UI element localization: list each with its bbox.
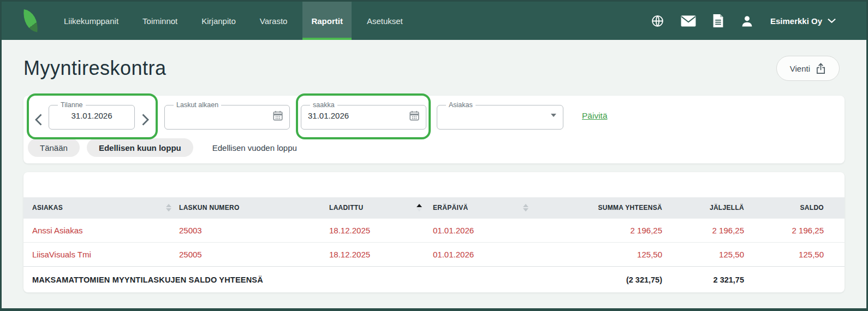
quick-filter-tanaan[interactable]: Tänään xyxy=(28,138,80,157)
top-nav-bar: Liikekumppanit Toiminnot Kirjanpito Vara… xyxy=(2,2,866,40)
user-icon[interactable] xyxy=(740,14,754,28)
column-header-summa-yhteensa[interactable]: SUMMA YHTEENSÄ xyxy=(553,204,662,212)
nav-item-liikekumppanit[interactable]: Liikekumppanit xyxy=(55,2,127,40)
nav-item-varasto[interactable]: Varasto xyxy=(251,2,296,40)
page-title: Myyntireskontra xyxy=(23,57,167,80)
leaf-logo-icon xyxy=(21,9,40,32)
cell-erapaiva: 01.01.2026 xyxy=(433,226,553,235)
laskut-alkaen-field-label: Laskut alkaen xyxy=(174,102,221,108)
cell-erapaiva: 01.01.2026 xyxy=(433,250,553,259)
main-menu: Liikekumppanit Toiminnot Kirjanpito Vara… xyxy=(55,2,418,40)
asiakas-field-label: Asiakas xyxy=(446,102,475,108)
previous-period-button[interactable] xyxy=(31,109,45,131)
cell-asiakas[interactable]: LiisaVisuals Tmi xyxy=(23,250,179,259)
calendar-icon[interactable] xyxy=(409,110,419,121)
column-header-laskun-numero[interactable]: LASKUN NUMERO xyxy=(179,204,329,212)
export-button-label: Vienti xyxy=(790,64,810,73)
column-header-jaljella[interactable]: JÄLJELLÄ xyxy=(662,204,744,212)
tilanne-field-label: Tilanne xyxy=(58,102,86,108)
sales-ledger-table: ASIAKAS LASKUN NUMERO LAADITTU ERÄPÄIVÄ … xyxy=(23,172,845,292)
cell-summa: 125,50 xyxy=(553,250,662,259)
cell-summa: 2 196,25 xyxy=(553,226,662,235)
nav-item-kirjanpito[interactable]: Kirjanpito xyxy=(193,2,245,40)
cell-laskun-numero[interactable]: 25003 xyxy=(179,226,329,235)
total-row-label: MAKSAMATTOMIEN MYYNTILASKUJEN SALDO YHTE… xyxy=(23,275,553,284)
total-jaljella: 2 321,75 xyxy=(662,275,744,284)
nav-item-asetukset[interactable]: Asetukset xyxy=(358,2,412,40)
company-menu[interactable]: Esimerkki Oy xyxy=(770,16,836,26)
nav-right-tools: Esimerkki Oy xyxy=(651,2,836,40)
column-header-asiakas[interactable]: ASIAKAS xyxy=(23,204,179,212)
cell-laadittu: 18.12.2025 xyxy=(329,226,433,235)
table-total-row: MAKSAMATTOMIEN MYYNTILASKUJEN SALDO YHTE… xyxy=(23,266,845,292)
sort-icon[interactable] xyxy=(523,204,528,212)
total-summa: (2 321,75) xyxy=(553,275,662,284)
column-header-laadittu[interactable]: LAADITTU xyxy=(329,204,433,212)
page-content: Myyntireskontra Vienti Tilanne 31.01.202… xyxy=(2,53,866,292)
cell-laskun-numero[interactable]: 25005 xyxy=(179,250,329,259)
app-logo[interactable] xyxy=(22,2,39,40)
quick-filter-edellisen-kuun-loppu[interactable]: Edellisen kuun loppu xyxy=(87,138,193,157)
table-toolbar-area xyxy=(23,172,845,197)
dropdown-caret-icon[interactable] xyxy=(551,114,556,117)
globe-icon[interactable] xyxy=(651,14,664,28)
filter-panel: Tilanne 31.01.2026 Laskut alkaen saakka … xyxy=(23,96,845,163)
table-row[interactable]: LiisaVisuals Tmi 25005 18.12.2025 01.01.… xyxy=(23,242,845,266)
column-header-saldo[interactable]: SALDO xyxy=(744,204,845,212)
mail-icon[interactable] xyxy=(681,15,696,27)
cell-jaljella: 2 196,25 xyxy=(662,226,744,235)
table-row[interactable]: Anssi Asiakas 25003 18.12.2025 01.01.202… xyxy=(23,218,845,242)
update-link[interactable]: Päivitä xyxy=(582,111,608,121)
saakka-field-value: 31.01.2026 xyxy=(308,111,349,120)
column-header-erapaiva[interactable]: ERÄPÄIVÄ xyxy=(433,204,553,212)
saakka-field-label: saakka xyxy=(310,102,337,108)
cell-laadittu: 18.12.2025 xyxy=(329,250,433,259)
nav-item-raportit[interactable]: Raportit xyxy=(302,2,352,40)
title-row: Myyntireskontra Vienti xyxy=(23,53,845,84)
company-name: Esimerkki Oy xyxy=(770,16,822,26)
cell-saldo: 125,50 xyxy=(744,250,845,259)
cell-asiakas[interactable]: Anssi Asiakas xyxy=(23,226,179,235)
sort-icon-ascending[interactable] xyxy=(417,204,422,212)
asiakas-select-field[interactable]: Asiakas xyxy=(437,102,563,130)
export-button[interactable]: Vienti xyxy=(776,56,840,81)
document-icon[interactable] xyxy=(712,14,724,28)
cell-jaljella: 125,50 xyxy=(662,250,744,259)
tilanne-field-value: 31.01.2026 xyxy=(71,111,112,120)
saakka-date-field[interactable]: saakka 31.01.2026 xyxy=(301,102,426,130)
export-icon xyxy=(816,63,826,74)
quick-filter-row: Tänään Edellisen kuun loppu Edellisen vu… xyxy=(28,138,309,157)
tilanne-date-field[interactable]: Tilanne 31.01.2026 xyxy=(49,102,135,130)
table-header-row: ASIAKAS LASKUN NUMERO LAADITTU ERÄPÄIVÄ … xyxy=(23,197,845,218)
chevron-left-icon xyxy=(35,114,42,126)
sort-icon[interactable] xyxy=(166,204,171,212)
cell-saldo: 2 196,25 xyxy=(744,226,845,235)
next-period-button[interactable] xyxy=(138,109,152,131)
nav-item-toiminnot[interactable]: Toiminnot xyxy=(134,2,186,40)
chevron-down-icon xyxy=(828,18,836,24)
quick-filter-edellisen-vuoden-loppu[interactable]: Edellisen vuoden loppu xyxy=(200,138,309,157)
laskut-alkaen-date-field[interactable]: Laskut alkaen xyxy=(164,102,290,130)
chevron-right-icon xyxy=(142,114,149,126)
calendar-icon[interactable] xyxy=(273,110,283,121)
